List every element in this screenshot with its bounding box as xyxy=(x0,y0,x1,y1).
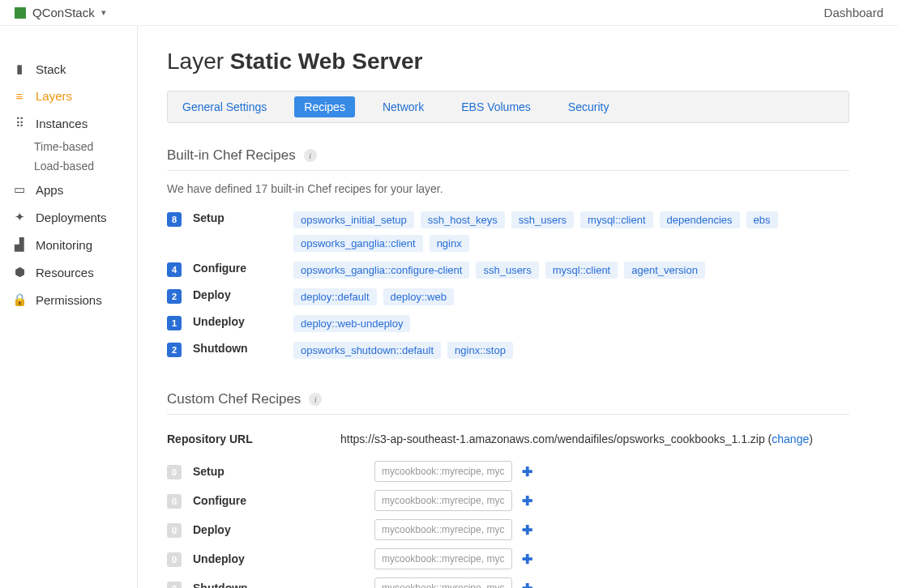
recipe-tags: deploy::defaultdeploy::web xyxy=(293,288,849,305)
lifecycle-label: Setup xyxy=(193,465,266,478)
recipe-tags: opsworks_ganglia::configure-clientssh_us… xyxy=(293,262,849,279)
recipe-tags: deploy::web-undeploy xyxy=(293,315,849,332)
stack-name: QConStack xyxy=(32,6,95,19)
lifecycle-label: Deploy xyxy=(193,288,266,301)
add-recipe-button[interactable]: ✚ xyxy=(522,522,532,538)
count-badge: 4 xyxy=(167,262,182,277)
builtin-heading: Built-in Chef Recipes i xyxy=(167,147,849,164)
recipe-tag[interactable]: ebs xyxy=(746,211,778,228)
recipe-tag[interactable]: ssh_users xyxy=(511,211,574,228)
recipe-tag[interactable]: agent_version xyxy=(624,262,705,279)
recipe-input[interactable] xyxy=(374,490,512,511)
recipe-tag[interactable]: nginx::stop xyxy=(447,342,513,359)
builtin-recipe-row: 2Shutdownopsworks_shutdown::defaultnginx… xyxy=(167,337,849,364)
stack-nav-icon: ▮ xyxy=(13,62,26,76)
chevron-down-icon: ▾ xyxy=(101,7,106,18)
deployments-icon: ✦ xyxy=(13,210,26,224)
nav-resources[interactable]: ⬢ Resources xyxy=(0,258,137,286)
count-badge: 2 xyxy=(167,343,182,357)
add-recipe-button[interactable]: ✚ xyxy=(522,493,532,509)
change-link[interactable]: change xyxy=(772,432,809,445)
builtin-recipe-row: 2Deploydeploy::defaultdeploy::web xyxy=(167,283,849,310)
nav-apps[interactable]: ▭ Apps xyxy=(0,176,137,203)
count-badge: 0 xyxy=(167,552,182,567)
nav-instances-time[interactable]: Time-based xyxy=(0,137,137,156)
dashboard-link[interactable]: Dashboard xyxy=(824,6,883,19)
resources-icon: ⬢ xyxy=(13,265,26,279)
tab-general[interactable]: General Settings xyxy=(173,96,276,117)
recipe-tag[interactable]: opsworks_ganglia::configure-client xyxy=(293,262,469,279)
instances-icon: ⠿ xyxy=(13,116,26,130)
recipe-tag[interactable]: ssh_users xyxy=(476,262,538,279)
builtin-description: We have defined 17 built-in Chef recipes… xyxy=(167,182,849,195)
lifecycle-label: Undeploy xyxy=(193,552,266,565)
recipe-tag[interactable]: opsworks_shutdown::default xyxy=(293,342,441,359)
builtin-recipe-row: 8Setupopsworks_initial_setupssh_host_key… xyxy=(167,207,849,257)
recipe-tag[interactable]: deploy::default xyxy=(293,288,377,305)
repo-url: https://s3-ap-southeast-1.amazonaws.com/… xyxy=(340,432,813,445)
nav-monitoring[interactable]: ▟ Monitoring xyxy=(0,231,137,258)
nav-instances-load[interactable]: Load-based xyxy=(0,156,137,176)
recipe-tag[interactable]: ssh_host_keys xyxy=(421,211,505,228)
count-badge: 0 xyxy=(167,582,182,589)
lifecycle-label: Configure xyxy=(193,494,266,507)
tab-security[interactable]: Security xyxy=(558,96,619,117)
divider xyxy=(167,170,849,171)
recipe-tag[interactable]: opsworks_ganglia::client xyxy=(293,235,423,252)
recipe-input[interactable] xyxy=(374,461,512,482)
recipe-tag[interactable]: deploy::web-undeploy xyxy=(293,315,410,332)
lifecycle-label: Undeploy xyxy=(193,315,266,328)
topbar: QConStack ▾ Dashboard xyxy=(0,0,898,26)
count-badge: 0 xyxy=(167,494,182,509)
recipe-input[interactable] xyxy=(374,548,512,569)
count-badge: 1 xyxy=(167,316,182,330)
recipe-tags: opsworks_shutdown::defaultnginx::stop xyxy=(293,342,849,359)
repo-label: Repository URL xyxy=(167,432,329,445)
nav-permissions[interactable]: 🔒 Permissions xyxy=(0,286,137,313)
count-badge: 8 xyxy=(167,212,182,227)
recipe-tag[interactable]: opsworks_initial_setup xyxy=(293,211,414,228)
nav-deployments[interactable]: ✦ Deployments xyxy=(0,203,137,231)
custom-recipe-row: 0Shutdown✚ xyxy=(167,573,849,588)
tab-ebs[interactable]: EBS Volumes xyxy=(451,96,541,117)
builtin-recipe-row: 4Configureopsworks_ganglia::configure-cl… xyxy=(167,257,849,283)
nav-layers[interactable]: ≡ Layers xyxy=(0,83,137,109)
lifecycle-label: Setup xyxy=(193,211,266,224)
lifecycle-label: Configure xyxy=(193,262,266,275)
tabbar: General Settings Recipes Network EBS Vol… xyxy=(167,91,849,123)
add-recipe-button[interactable]: ✚ xyxy=(522,581,532,589)
divider xyxy=(167,414,849,415)
tab-network[interactable]: Network xyxy=(373,96,434,117)
recipe-tag[interactable]: nginx xyxy=(430,235,469,252)
stack-icon xyxy=(15,7,26,19)
recipe-tag[interactable]: mysql::client xyxy=(545,262,618,279)
page-title: Layer Static Web Server xyxy=(167,49,849,75)
custom-heading: Custom Chef Recipes i xyxy=(167,391,849,407)
info-icon[interactable]: i xyxy=(309,393,322,406)
nav-stack[interactable]: ▮ Stack xyxy=(0,55,137,83)
add-recipe-button[interactable]: ✚ xyxy=(522,464,532,479)
info-icon[interactable]: i xyxy=(304,149,317,162)
recipe-tag[interactable]: mysql::client xyxy=(580,211,653,228)
custom-recipe-row: 0Deploy✚ xyxy=(167,515,849,544)
nav-instances[interactable]: ⠿ Instances xyxy=(0,109,137,137)
recipe-input[interactable] xyxy=(374,519,512,540)
lifecycle-label: Shutdown xyxy=(193,582,266,588)
monitoring-icon: ▟ xyxy=(13,237,26,252)
recipe-tag[interactable]: deploy::web xyxy=(383,288,454,305)
recipe-input[interactable] xyxy=(374,577,512,588)
repo-row: Repository URL https://s3-ap-southeast-1… xyxy=(167,426,849,457)
count-badge: 0 xyxy=(167,465,182,479)
lifecycle-label: Shutdown xyxy=(193,342,266,355)
main-content: Layer Static Web Server General Settings… xyxy=(138,26,898,588)
custom-recipe-row: 0Configure✚ xyxy=(167,486,849,515)
tab-recipes[interactable]: Recipes xyxy=(294,96,355,117)
stack-selector[interactable]: QConStack ▾ xyxy=(15,6,106,19)
add-recipe-button[interactable]: ✚ xyxy=(522,552,532,567)
sidebar: ▮ Stack ≡ Layers ⠿ Instances Time-based … xyxy=(0,26,138,588)
lifecycle-label: Deploy xyxy=(193,523,266,536)
custom-recipe-row: 0Setup✚ xyxy=(167,457,849,486)
lock-icon: 🔒 xyxy=(13,292,26,307)
recipe-tag[interactable]: dependencies xyxy=(660,211,740,228)
builtin-recipe-row: 1Undeploydeploy::web-undeploy xyxy=(167,310,849,337)
